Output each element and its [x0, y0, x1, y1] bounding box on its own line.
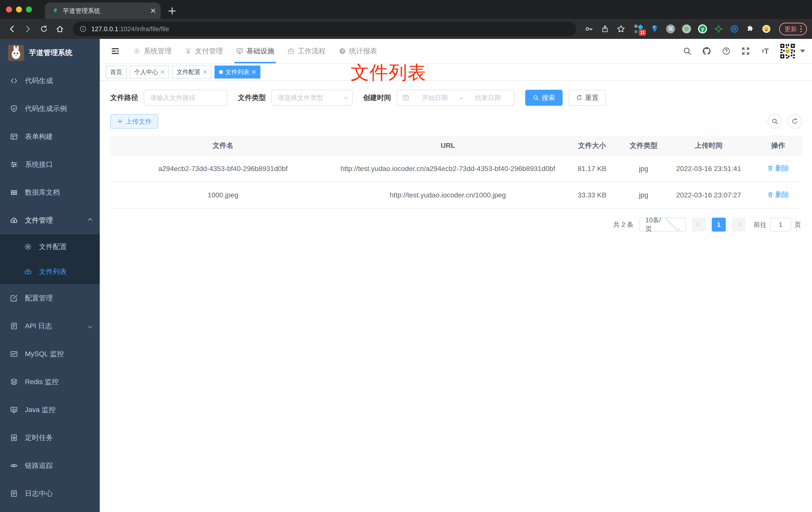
tag-label: 个人中心 [134, 68, 158, 76]
github-icon[interactable] [701, 46, 712, 57]
topnav-item-pay[interactable]: 支付管理 [178, 39, 229, 63]
delete-button[interactable]: 删除 [767, 189, 789, 200]
browser-menu-icon[interactable] [800, 26, 802, 32]
upload-file-button[interactable]: 上传文件 [110, 114, 158, 129]
calendar-icon [402, 94, 409, 101]
extension-command-icon[interactable]: ⌘ [666, 24, 675, 34]
refresh-table-button[interactable] [788, 114, 802, 129]
forward-button[interactable] [21, 22, 35, 36]
delete-button[interactable]: 删除 [767, 163, 789, 174]
back-button[interactable] [5, 22, 19, 36]
cell-url: http://test.yudao.iocoder.cn/a294ecb2-73… [336, 155, 560, 182]
topnav-item-system[interactable]: 系统管理 [127, 39, 178, 63]
sidebar-item-mysql-monitor[interactable]: MySQL 监控 [0, 340, 100, 368]
delete-label: 删除 [775, 189, 789, 200]
cloud-download-icon [10, 216, 18, 224]
bookmark-star-icon[interactable] [614, 22, 628, 36]
reset-button[interactable]: 重置 [569, 90, 606, 106]
extension-puzzle-icon[interactable] [746, 24, 755, 34]
sidebar-logo[interactable]: 芋道管理系统 [0, 39, 100, 67]
fullscreen-icon[interactable] [740, 46, 751, 57]
prev-page-button[interactable] [692, 218, 706, 232]
close-icon[interactable] [203, 70, 207, 74]
address-bar[interactable]: 127.0.0.1:1024/infra/file/file [73, 22, 576, 36]
page-size-value: 10条/页 [645, 216, 662, 233]
window-maximize-button[interactable] [26, 6, 32, 12]
password-key-icon[interactable] [582, 22, 596, 36]
sidebar-item-label: 日志中心 [25, 489, 92, 498]
sidebar-item-api-log[interactable]: API 日志 [0, 312, 100, 340]
reload-button[interactable] [37, 22, 51, 36]
edit-square-icon [10, 294, 18, 302]
browser-update-button[interactable]: 更新 [779, 23, 807, 35]
new-tab-button[interactable] [166, 4, 179, 18]
cell-file-name: a294ecb2-73dd-4353-bf40-296b8931d0bf [110, 155, 336, 182]
current-page-button[interactable]: 1 [712, 218, 726, 232]
extension-emoji-icon[interactable] [762, 24, 771, 34]
sidebar-item-redis-monitor[interactable]: Redis 监控 [0, 368, 100, 396]
window-minimize-button[interactable] [16, 6, 22, 12]
extension-pin-icon[interactable] [650, 24, 659, 34]
sidebar-item-log-center[interactable]: 日志中心 [0, 480, 100, 508]
date-range-picker[interactable]: 开始日期 - 结束日期 [397, 90, 515, 106]
file-path-input[interactable] [144, 90, 227, 106]
close-icon[interactable] [252, 70, 256, 74]
tab-close-icon[interactable] [151, 8, 155, 13]
sidebar-item-system-api[interactable]: 系统接口 [0, 151, 100, 179]
topnav-item-workflow[interactable]: 工作流程 [281, 39, 332, 63]
tag-profile[interactable]: 个人中心 [130, 65, 169, 79]
tag-file-config[interactable]: 文件配置 [172, 65, 211, 79]
goto-page: 前往 页 [754, 218, 801, 232]
extension-diamond-icon[interactable]: 11 [634, 24, 643, 34]
window-close-button[interactable] [6, 6, 12, 12]
show-search-button[interactable] [767, 114, 782, 129]
sidebar-item-label: 定时任务 [25, 433, 92, 443]
search-button[interactable]: 搜索 [525, 90, 562, 106]
home-button[interactable] [53, 22, 67, 36]
topnav-item-infra[interactable]: 基础设施 [229, 39, 281, 63]
goto-page-input[interactable] [770, 218, 791, 232]
sidebar-item-scheduled-tasks[interactable]: 定时任务 [0, 424, 100, 452]
site-info-icon[interactable] [79, 25, 87, 33]
close-icon[interactable] [161, 70, 165, 74]
help-icon[interactable] [721, 46, 732, 57]
tags-view-bar: 首页 个人中心 文件配置 文件列表 [100, 64, 812, 81]
browser-tab[interactable]: 芋道管理系统 [45, 2, 161, 19]
sidebar-item-java-monitor[interactable]: Java 监控 [0, 396, 100, 424]
user-avatar-menu[interactable] [779, 42, 805, 60]
gauge-icon [339, 48, 346, 55]
sidebar-item-db-doc[interactable]: 数据库文档 [0, 179, 100, 206]
extension-star-icon[interactable] [714, 24, 723, 34]
select-placeholder: 请选择文件类型 [278, 93, 341, 102]
col-upload-time: 上传时间 [663, 135, 754, 155]
header-search-icon[interactable] [682, 46, 693, 57]
extension-dot-icon[interactable] [682, 24, 691, 34]
sidebar-item-label: 代码生成示例 [25, 104, 92, 113]
sidebar-item-file-list[interactable]: 文件列表 [0, 259, 100, 284]
cell-file-name: 1000.jpeg [110, 182, 336, 208]
file-management-submenu: 文件配置 文件列表 [0, 234, 100, 284]
sidebar-item-file-config[interactable]: 文件配置 [0, 234, 100, 259]
sidebar-item-config-management[interactable]: 配置管理 [0, 284, 100, 312]
tag-home[interactable]: 首页 [106, 65, 127, 79]
extension-eye-icon[interactable] [730, 24, 739, 34]
sidebar-item-label: 表单构建 [25, 132, 92, 141]
tag-file-list[interactable]: 文件列表 [214, 65, 260, 79]
code-icon [10, 77, 18, 85]
sidebar-item-code-gen-demo[interactable]: 代码生成示例 [0, 95, 100, 123]
sidebar-item-form-builder[interactable]: 表单构建 [0, 123, 100, 151]
sidebar-collapse-icon[interactable] [107, 42, 124, 60]
file-type-select[interactable]: 请选择文件类型 [271, 90, 353, 106]
database-grid-icon [10, 188, 18, 197]
next-page-button[interactable] [732, 218, 746, 232]
tab-title: 芋道管理系统 [63, 7, 147, 15]
sidebar-item-code-gen[interactable]: 代码生成 [0, 67, 100, 95]
font-size-icon[interactable]: тT [760, 46, 771, 57]
chevron-left-icon [697, 222, 701, 227]
extension-y-icon[interactable]: y [698, 24, 707, 34]
share-icon[interactable] [598, 22, 612, 36]
sidebar-item-trace[interactable]: 链路追踪 [0, 452, 100, 480]
topnav-item-report[interactable]: 统计报表 [332, 39, 383, 63]
page-size-select[interactable]: 10条/页 [639, 218, 686, 232]
sidebar-item-file-management[interactable]: 文件管理 [0, 206, 100, 234]
